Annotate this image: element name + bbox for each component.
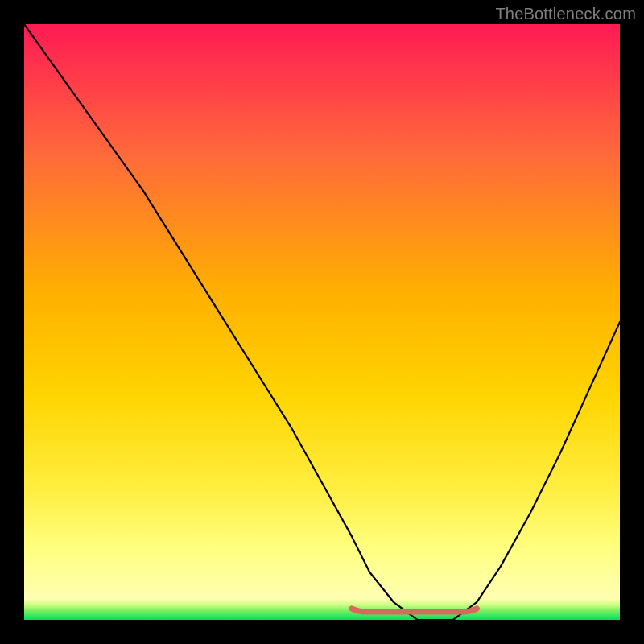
bottleneck-curve bbox=[24, 24, 620, 620]
watermark-text: TheBottleneck.com bbox=[495, 5, 636, 23]
chart-frame: TheBottleneck.com bbox=[0, 0, 644, 644]
plot-area bbox=[24, 24, 620, 620]
curve-layer bbox=[24, 24, 620, 620]
trough-marker bbox=[352, 609, 477, 612]
